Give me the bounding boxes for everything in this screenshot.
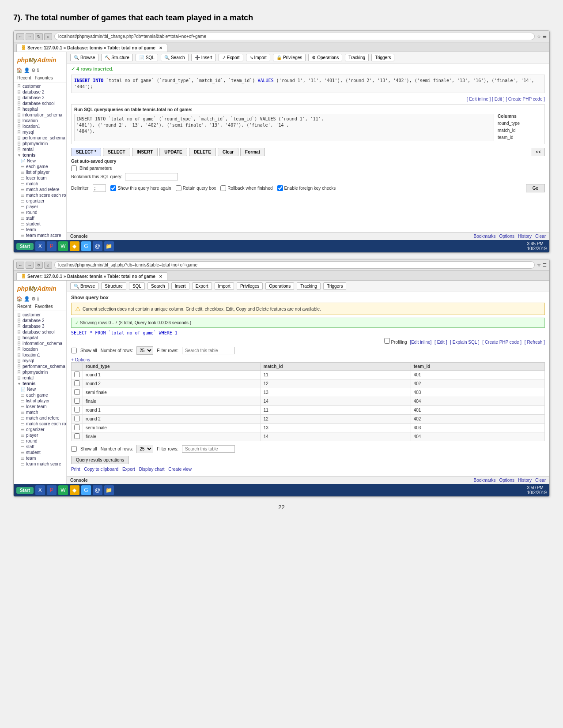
sidebar-phpmyadmin-1[interactable]: 🗄 phpmyadmin (14, 141, 66, 146)
filter-input-2[interactable] (182, 347, 235, 354)
sidebar-tennis-team-1[interactable]: 🗃 team (14, 227, 66, 233)
explain-sql-link-2[interactable]: [ Explain SQL ] (450, 340, 479, 345)
query-textarea-1[interactable]: INSERT INTO `total no of game` (`round_t… (74, 114, 494, 141)
tab-2[interactable]: 🗄 Server: 127.0.0.1 » Database: tennis »… (16, 272, 167, 280)
settings-icon-s1[interactable]: ⚙ (31, 68, 36, 73)
sidebar-phpmyadmin-2[interactable]: 🗄 phpmyadmin (14, 369, 66, 375)
sidebar-tennis-staff-2[interactable]: 🗃 staff (14, 444, 66, 450)
display-chart-link-2[interactable]: Display chart (139, 467, 165, 472)
sidebar-tennis-student-1[interactable]: 🗃 student (14, 221, 66, 227)
taskbar-folder-1[interactable]: 📁 (104, 241, 114, 251)
tracking-btn-1[interactable]: Tracking (345, 54, 369, 61)
taskbar-ppt-2[interactable]: P (47, 485, 57, 495)
bookmark-input-1[interactable] (125, 173, 178, 180)
start-btn-1[interactable]: Start (16, 243, 34, 250)
sidebar-tennis-match-2[interactable]: 🗃 match (14, 409, 66, 415)
insert-sql-btn-1[interactable]: INSERT (132, 148, 158, 156)
sidebar-db2-1[interactable]: 🗄 database 2 (14, 89, 66, 95)
sidebar-tennis-team-2[interactable]: 🗃 team (14, 455, 66, 461)
tab-1[interactable]: 🗄 Server: 127.0.0.1 » Database: tennis »… (16, 44, 167, 52)
sidebar-tennis-teammatchscore-1[interactable]: 🗃 team match score (14, 233, 66, 238)
operations-btn-2[interactable]: Operations (265, 282, 294, 290)
structure-btn-2[interactable]: Structure (101, 282, 126, 290)
edit-inline-link-2[interactable]: [Edit inline] (410, 340, 431, 345)
export-link-2[interactable]: Export (122, 467, 135, 472)
sidebar-perfschema-1[interactable]: 🗄 performance_schema (14, 135, 66, 141)
copy-clipboard-link-2[interactable]: Copy to clipboard (84, 467, 118, 472)
taskbar-mail-2[interactable]: @ (93, 485, 102, 495)
show-all-checkbox-2[interactable] (71, 348, 77, 353)
retain-query-checkbox-1[interactable] (176, 185, 181, 191)
sidebar-tennis-matchscore-2[interactable]: 🗃 match score each round (14, 421, 66, 427)
auto-saved-1[interactable]: Get auto-saved query (71, 159, 545, 164)
options-link-2[interactable]: + Options (71, 357, 545, 362)
cell-checkbox-6[interactable] (72, 424, 83, 432)
bookmarks-link-1[interactable]: Bookmarks (473, 234, 495, 239)
forward-btn-2[interactable]: → (26, 262, 34, 269)
recent-label-1[interactable]: Recent (17, 75, 31, 80)
home-btn-1[interactable]: ⌂ (44, 33, 52, 40)
delete-btn-1[interactable]: DELETE (189, 148, 216, 156)
reload-btn-2[interactable]: ↻ (35, 262, 43, 269)
reload-btn-1[interactable]: ↻ (35, 33, 43, 40)
menu-icon-2[interactable]: ☰ (543, 263, 547, 267)
sidebar-tennis-eachgame-2[interactable]: 🗃 each game (14, 392, 66, 398)
sidebar-mysql-1[interactable]: 🗄 mysql (14, 129, 66, 135)
sidebar-tennis-student-2[interactable]: 🗃 student (14, 450, 66, 455)
select-btn-1[interactable]: SELECT (103, 148, 130, 156)
sidebar-tennis-round-1[interactable]: 🗃 round (14, 210, 66, 215)
print-link-2[interactable]: Print (71, 467, 80, 472)
sidebar-hospital-1[interactable]: 🗄 hospital (14, 106, 66, 112)
edit-inline-link-1[interactable]: [ Edit inline ] (467, 97, 491, 101)
delimiter-input-1[interactable] (93, 184, 106, 192)
sidebar-dbschool-1[interactable]: 🗄 database school (14, 101, 66, 106)
tab-close-2[interactable]: ✕ (159, 274, 162, 279)
home-icon-s2[interactable]: 🏠 (16, 296, 23, 302)
home-btn-2[interactable]: ⌂ (44, 262, 52, 269)
sidebar-tennis-matchandrefere-1[interactable]: 🗃 match and refere (14, 187, 66, 192)
sidebar-tennis-player-1[interactable]: 🗃 player (14, 204, 66, 210)
home-icon-s1[interactable]: 🏠 (16, 68, 23, 73)
favorites-label-2[interactable]: Favorites (35, 304, 53, 309)
foreign-key-opt-1[interactable]: Enable foreign key checks (277, 185, 336, 191)
sidebar-customer-1[interactable]: 🗄 customer (14, 83, 66, 89)
sidebar-tennis-loserteam-1[interactable]: 🗃 loser team (14, 175, 66, 181)
rollback-checkbox-1[interactable] (220, 185, 226, 191)
sidebar-db3-1[interactable]: 🗄 database 3 (14, 95, 66, 101)
query-ops-btn-2[interactable]: Query results operations (71, 456, 129, 464)
profiling-check-2[interactable] (384, 338, 390, 344)
sidebar-location1-1[interactable]: 🗄 location1 (14, 124, 66, 129)
col-header-team-id-2[interactable]: team_id (411, 363, 544, 371)
profiling-checkbox-2[interactable]: Profiling (384, 340, 408, 345)
sidebar-tennis-round-2[interactable]: 🗃 round (14, 438, 66, 444)
pagination-btn-1[interactable]: << (532, 148, 545, 156)
recent-label-2[interactable]: Recent (17, 304, 31, 309)
browse-btn-1[interactable]: 🔍 Browse (70, 54, 98, 61)
sidebar-db3-2[interactable]: 🗄 database 3 (14, 323, 66, 329)
tab-close-1[interactable]: ✕ (159, 46, 162, 50)
rows-select-bottom-2[interactable]: 25 (136, 445, 153, 453)
taskbar-ppt-1[interactable]: P (47, 241, 57, 251)
show-query-opt-1[interactable]: Show this query here again (110, 185, 171, 191)
sidebar-customer-2[interactable]: 🗄 customer (14, 312, 66, 318)
sidebar-infoschema-2[interactable]: 🗄 information_schema (14, 341, 66, 346)
browse-btn-2[interactable]: 🔍 Browse (70, 282, 98, 290)
go-btn-1[interactable]: Go (526, 184, 545, 192)
col-round-type-1[interactable]: round_type (498, 120, 542, 127)
sidebar-tennis-staff-1[interactable]: 🗃 staff (14, 215, 66, 221)
favorites-label-1[interactable]: Favorites (35, 75, 53, 80)
col-team-id-1[interactable]: team_id (498, 134, 542, 141)
show-query-checkbox-1[interactable] (110, 185, 116, 191)
insert-btn-2[interactable]: Insert (171, 282, 189, 290)
menu-icon-1[interactable]: ☰ (543, 34, 547, 39)
taskbar-excel-2[interactable]: X (35, 485, 45, 495)
retain-query-opt-1[interactable]: Retain query box (176, 185, 216, 191)
sidebar-perfschema-2[interactable]: 🗄 performance_schema (14, 364, 66, 369)
console-label-2[interactable]: Console (70, 478, 87, 483)
create-view-link-2[interactable]: Create view (168, 467, 192, 472)
col-header-match-id-2[interactable]: match_id (261, 363, 411, 371)
back-btn-2[interactable]: ← (16, 262, 24, 269)
options-link-1[interactable]: Options (499, 234, 514, 239)
sidebar-tennis-1[interactable]: ▼ tennis (14, 152, 66, 158)
cell-checkbox-3[interactable] (72, 397, 83, 406)
